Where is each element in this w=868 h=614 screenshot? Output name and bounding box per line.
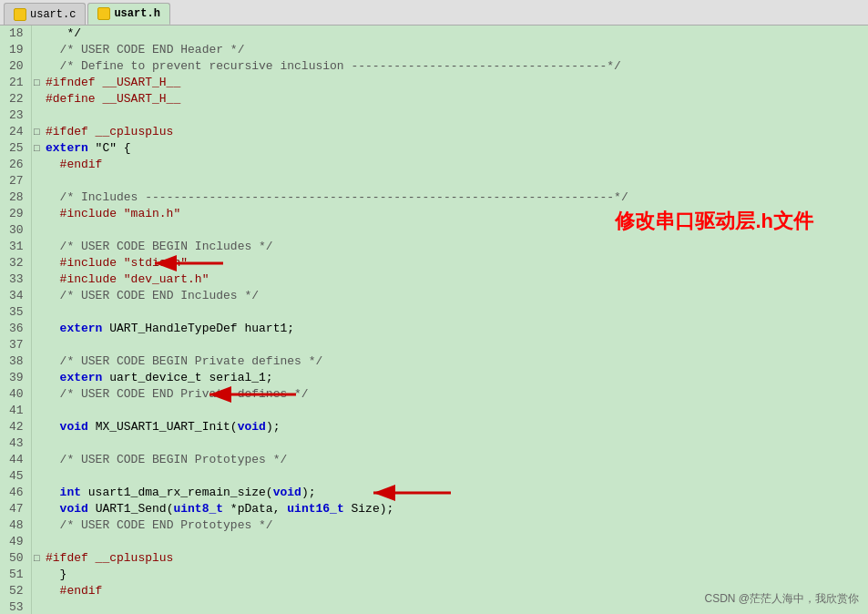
table-row: 22#define __USART_H__	[0, 91, 868, 107]
fold-icon	[31, 206, 42, 222]
fold-icon	[31, 534, 42, 550]
fold-icon	[31, 239, 42, 255]
file-icon-c	[14, 8, 26, 21]
fold-icon	[31, 386, 42, 403]
code-content	[42, 173, 868, 189]
code-content: /* USER CODE BEGIN Includes */	[42, 239, 868, 255]
line-number: 43	[0, 435, 31, 452]
table-row: 18 */	[0, 26, 868, 42]
table-row: 20 /* Define to prevent recursive inclus…	[0, 58, 868, 75]
code-content: #ifndef __USART_H__	[42, 75, 868, 91]
table-row: 19 /* USER CODE END Header */	[0, 42, 868, 58]
line-number: 27	[0, 173, 31, 189]
line-number: 35	[0, 304, 31, 321]
code-content: #ifdef __cplusplus	[42, 124, 868, 140]
line-number: 25	[0, 140, 31, 157]
line-number: 48	[0, 517, 31, 534]
line-number: 36	[0, 321, 31, 337]
tab-usart-h[interactable]: usart.h	[87, 3, 169, 25]
fold-icon	[31, 353, 42, 370]
line-number: 32	[0, 255, 31, 271]
fold-icon	[31, 189, 42, 206]
fold-icon	[31, 517, 42, 534]
fold-icon	[31, 370, 42, 386]
table-row: 24□#ifdef __cplusplus	[0, 124, 868, 140]
fold-icon	[31, 173, 42, 189]
fold-icon[interactable]: □	[31, 75, 42, 91]
fold-icon	[31, 452, 42, 468]
fold-icon	[31, 222, 42, 239]
tab-bar: usart.c usart.h	[0, 0, 868, 26]
code-content: #include "dev_uart.h"	[42, 271, 868, 288]
line-number: 39	[0, 370, 31, 386]
code-table: 18 */19 /* USER CODE END Header */20 /* …	[0, 26, 868, 614]
code-content: #include "stdio.h"	[42, 255, 868, 271]
line-number: 19	[0, 42, 31, 58]
table-row: 30	[0, 222, 868, 239]
line-number: 51	[0, 567, 31, 583]
code-content: #define __USART_H__	[42, 91, 868, 107]
table-row: 40 /* USER CODE END Private defines */	[0, 386, 868, 403]
code-content: /* USER CODE END Header */	[42, 42, 868, 58]
code-content: */	[42, 26, 868, 42]
table-row: 28 /* Includes -------------------------…	[0, 189, 868, 206]
table-row: 46 int usart1_dma_rx_remain_size(void);	[0, 485, 868, 501]
code-content: /* USER CODE END Private defines */	[42, 386, 868, 403]
fold-icon	[31, 107, 42, 124]
code-content: extern uart_device_t serial_1;	[42, 370, 868, 386]
table-row: 49	[0, 534, 868, 550]
table-row: 42 void MX_USART1_UART_Init(void);	[0, 419, 868, 435]
fold-icon[interactable]: □	[31, 550, 42, 567]
fold-icon	[31, 58, 42, 75]
table-row: 37	[0, 337, 868, 353]
line-number: 41	[0, 403, 31, 419]
line-number: 37	[0, 337, 31, 353]
fold-icon	[31, 91, 42, 107]
table-row: 34 /* USER CODE END Includes */	[0, 288, 868, 304]
table-row: 51 }	[0, 567, 868, 583]
line-number: 20	[0, 58, 31, 75]
code-content	[42, 435, 868, 452]
line-number: 49	[0, 534, 31, 550]
fold-icon	[31, 255, 42, 271]
table-row: 48 /* USER CODE END Prototypes */	[0, 517, 868, 534]
fold-icon	[31, 321, 42, 337]
tab-label-usart-c: usart.c	[30, 8, 76, 21]
table-row: 25□extern "C" {	[0, 140, 868, 157]
tab-usart-c[interactable]: usart.c	[4, 3, 86, 25]
table-row: 50□#ifdef __cplusplus	[0, 550, 868, 567]
code-content	[42, 403, 868, 419]
line-number: 29	[0, 206, 31, 222]
fold-icon	[31, 599, 42, 614]
fold-icon[interactable]: □	[31, 124, 42, 140]
line-number: 34	[0, 288, 31, 304]
line-number: 47	[0, 501, 31, 517]
table-row: 45	[0, 468, 868, 485]
tab-label-usart-h: usart.h	[114, 7, 159, 20]
line-number: 23	[0, 107, 31, 124]
fold-icon	[31, 403, 42, 419]
watermark: CSDN @茫茫人海中，我欣赏你	[704, 591, 859, 607]
code-content: int usart1_dma_rx_remain_size(void);	[42, 485, 868, 501]
table-row: 47 void UART1_Send(uint8_t *pData, uint1…	[0, 501, 868, 517]
table-row: 32 #include "stdio.h"	[0, 255, 868, 271]
line-number: 30	[0, 222, 31, 239]
fold-icon	[31, 435, 42, 452]
code-content: /* Includes ----------------------------…	[42, 189, 868, 206]
table-row: 35	[0, 304, 868, 321]
line-number: 21	[0, 75, 31, 91]
code-content	[42, 534, 868, 550]
fold-icon	[31, 304, 42, 321]
line-number: 24	[0, 124, 31, 140]
fold-icon	[31, 485, 42, 501]
line-number: 26	[0, 157, 31, 173]
line-number: 18	[0, 26, 31, 42]
fold-icon	[31, 567, 42, 583]
code-content: #endif	[42, 157, 868, 173]
code-content: /* USER CODE BEGIN Private defines */	[42, 353, 868, 370]
table-row: 29 #include "main.h"	[0, 206, 868, 222]
fold-icon	[31, 271, 42, 288]
fold-icon[interactable]: □	[31, 140, 42, 157]
line-number: 38	[0, 353, 31, 370]
code-content: /* USER CODE END Prototypes */	[42, 517, 868, 534]
